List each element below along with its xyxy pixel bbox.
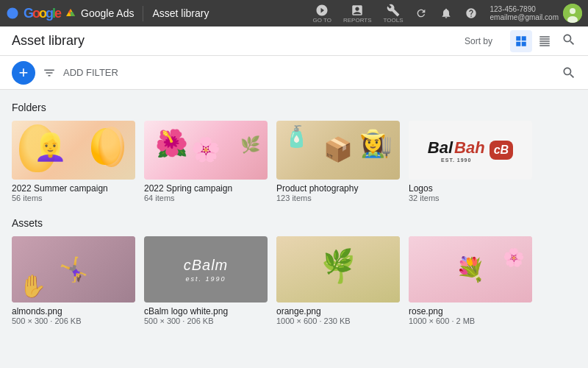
asset-meta-cbalm: 500 × 300 · 206 KB xyxy=(144,316,268,325)
folder-count-logos: 32 items xyxy=(409,194,532,202)
asset-name-rose: rose.png xyxy=(409,306,532,316)
grid-icon xyxy=(514,35,528,48)
asset-thumb-rose: 💐 xyxy=(409,236,532,302)
folders-section-title: Folders xyxy=(12,102,576,113)
tools-icon xyxy=(387,4,400,17)
user-phone: 123-456-7890 xyxy=(490,5,559,13)
nav-section: Asset library xyxy=(152,7,209,19)
asset-meta-rose: 1000 × 600 · 2 MB xyxy=(409,316,532,325)
search-icon[interactable] xyxy=(562,66,576,80)
svg-marker-2 xyxy=(71,12,75,16)
sub-navigation: Asset library Sort by xyxy=(0,26,588,56)
large-view-button[interactable] xyxy=(510,30,532,52)
app-title: Google Ads xyxy=(81,7,134,19)
table-view-button[interactable] xyxy=(534,30,556,52)
logos-art: Bal Bah EST. 1990 cB xyxy=(428,138,513,163)
filter-icon xyxy=(43,66,56,79)
asset-card-rose[interactable]: 💐 rose.png 1000 × 600 · 2 MB xyxy=(409,236,532,325)
folder-card-logos[interactable]: Bal Bah EST. 1990 cB Logos 32 items xyxy=(409,121,532,202)
folder-card-summer[interactable]: 👱‍♀️ 2022 Summer campaign 56 items xyxy=(12,121,135,202)
user-info[interactable]: 123-456-7890 emailme@gmail.com xyxy=(490,4,582,23)
top-navigation: Google Google Ads Asset library GO TO RE… xyxy=(0,0,588,26)
folders-grid: 👱‍♀️ 2022 Summer campaign 56 items 🌺 🌿 2… xyxy=(12,121,576,202)
header-search-icon[interactable] xyxy=(562,32,576,47)
folder-card-spring[interactable]: 🌺 🌿 2022 Spring campaign 64 items xyxy=(144,121,268,202)
refresh-icon xyxy=(415,7,427,19)
ads-triangle-icon xyxy=(65,7,76,19)
folder-thumb-logos: Bal Bah EST. 1990 cB xyxy=(409,121,532,180)
help-button[interactable] xyxy=(460,2,482,24)
page-title: Asset library xyxy=(12,33,465,49)
folder-thumb-product: 🧴 👩‍🌾 xyxy=(276,121,400,180)
filter-bar: + ADD FILTER xyxy=(0,56,588,90)
asset-thumb-cbalm: cBalm est. 1990 xyxy=(144,236,268,302)
asset-name-orange: orange.png xyxy=(276,306,400,316)
sort-bar: Sort by xyxy=(465,30,556,52)
google-logo-text: Google xyxy=(24,6,60,21)
folder-name-logos: Logos xyxy=(409,183,532,194)
folder-thumb-summer: 👱‍♀️ xyxy=(12,121,135,180)
sort-label: Sort by xyxy=(465,36,492,46)
cbalm-logo-text: cBalm est. 1990 xyxy=(184,256,229,283)
tools-button[interactable]: TOOLS xyxy=(379,2,408,25)
help-icon xyxy=(465,7,477,19)
folder-thumb-spring: 🌺 🌿 xyxy=(144,121,268,180)
view-toggle xyxy=(510,30,556,52)
user-email: emailme@gmail.com xyxy=(490,13,559,21)
folder-name-spring: 2022 Spring campaign xyxy=(144,183,268,194)
avatar-image xyxy=(563,4,582,23)
reports-icon xyxy=(351,4,364,17)
asset-card-almonds[interactable]: 🤸‍♀️ almonds.png 500 × 300 · 206 KB xyxy=(12,236,135,325)
folder-name-product: Product photography xyxy=(276,183,400,194)
folder-count-spring: 64 items xyxy=(144,194,268,202)
asset-meta-almonds: 500 × 300 · 206 KB xyxy=(12,316,135,325)
goto-icon xyxy=(315,4,329,17)
content-area: Folders 👱‍♀️ 2022 Summer campaign 56 ite… xyxy=(0,90,588,368)
add-filter-label[interactable]: ADD FILTER xyxy=(63,67,118,78)
svg-point-4 xyxy=(570,8,576,14)
bell-icon xyxy=(440,7,452,19)
notifications-button[interactable] xyxy=(435,2,457,24)
table-icon xyxy=(538,35,551,48)
asset-name-almonds: almonds.png xyxy=(12,306,135,316)
add-button[interactable]: + xyxy=(12,61,35,85)
app-logo: Google Google Ads xyxy=(6,6,143,21)
folder-count-summer: 56 items xyxy=(12,194,135,202)
refresh-button[interactable] xyxy=(410,2,432,24)
avatar[interactable] xyxy=(563,4,582,23)
asset-meta-orange: 1000 × 600 · 230 KB xyxy=(276,316,400,325)
reports-button[interactable]: REPORTS xyxy=(339,2,376,25)
asset-card-cbalm[interactable]: cBalm est. 1990 cBalm logo white.png 500… xyxy=(144,236,268,325)
nav-icon-group: GO TO REPORTS TOOLS 123-456-7890 emailme… xyxy=(308,2,582,25)
folder-card-product[interactable]: 🧴 👩‍🌾 Product photography 123 items xyxy=(276,121,400,202)
asset-thumb-orange: 🌱 xyxy=(276,236,400,302)
folder-count-product: 123 items xyxy=(276,194,400,202)
asset-card-orange[interactable]: 🌱 orange.png 1000 × 600 · 230 KB xyxy=(276,236,400,325)
goto-button[interactable]: GO TO xyxy=(308,2,336,25)
asset-thumb-almonds: 🤸‍♀️ xyxy=(12,236,135,302)
google-icon xyxy=(6,7,19,20)
assets-grid: 🤸‍♀️ almonds.png 500 × 300 · 206 KB cBal… xyxy=(12,236,576,325)
folder-name-summer: 2022 Summer campaign xyxy=(12,183,135,194)
asset-name-cbalm: cBalm logo white.png xyxy=(144,306,268,316)
assets-section-title: Assets xyxy=(12,217,576,229)
